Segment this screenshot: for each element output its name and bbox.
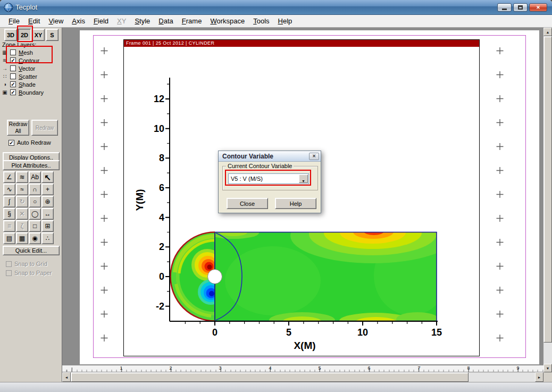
mesh-checkbox[interactable] [10,49,16,55]
tool-zigzag-button[interactable]: ∿ [3,184,15,195]
tool-curve-button[interactable]: ≈ [16,184,28,195]
contour-label: Contour [19,57,39,64]
minimize-icon [502,9,507,10]
tool-translate-button[interactable]: ↔ [41,208,54,220]
minimize-button[interactable] [497,3,512,12]
x-tick-0: 0 [212,327,218,338]
vertical-scrollbar[interactable]: ▲ ▼ [543,28,552,372]
vector-checkbox[interactable] [10,65,16,71]
snap-to-grid-checkbox [6,261,12,267]
snap-to-paper-label: Snap to Paper [14,270,52,276]
menu-workspace[interactable]: Workspace [206,15,249,27]
tool-zoom-button[interactable]: ⊕ [41,196,54,207]
mode-buttons: 3D 2D XY S [4,29,58,41]
tool-grid-button[interactable]: ⊞ [41,220,54,232]
window-controls: ✕ [497,3,547,12]
tool-crosshair-button[interactable]: + [41,184,54,195]
dialog-close-action-button[interactable]: Close [227,198,268,209]
redraw-all-button[interactable]: Redraw All [7,120,29,136]
snap-to-grid-label: Snap to Grid [14,261,47,267]
ruler-num-6: 6 [367,365,370,371]
zone-layers-label: Zone Layers: [2,41,36,48]
tool-contour-flood-button[interactable]: ◉ [29,232,41,244]
ruler-num-2: 2 [169,365,172,371]
group-label: Current Contour Variable [226,163,294,169]
y-tick-8: 8 [159,153,164,163]
scatter-checkbox[interactable] [10,73,16,79]
y-tick-6: 6 [159,182,164,193]
contour-checkbox[interactable] [10,57,16,63]
snap-to-paper-row: Snap to Paper [4,270,52,276]
tool-rectangle-button[interactable]: □ [29,220,41,232]
tool-circle-button[interactable]: ○ [29,196,41,207]
tool-ellipse-button[interactable]: ◯ [29,208,41,220]
scroll-left-button[interactable]: ◄ [62,372,71,382]
x-tick-5: 5 [286,327,291,338]
horizontal-ruler: 1 2 3 4 5 6 7 8 9 [62,365,543,372]
contour-variable-dialog: Contour Variable ✕ Current Contour Varia… [218,151,321,213]
quick-edit-button[interactable]: Quick Edit... [3,246,60,255]
mode-s-button[interactable]: S [46,29,58,41]
plot-attributes-button[interactable]: Plot Attributes.. [3,160,60,170]
scroll-up-button[interactable]: ▲ [543,28,552,36]
ruler-num-4: 4 [269,365,271,371]
menu-help[interactable]: Help [274,15,297,27]
window-titlebar[interactable]: Tecplot ✕ [0,0,552,15]
boundary-label: Boundary [19,89,44,96]
vector-icon: → [1,65,9,71]
y-axis-label: Y(M) [134,189,145,211]
horizontal-scroll-thumb[interactable] [71,372,469,382]
tool-slice-button: ≡ [3,220,15,232]
menu-axis[interactable]: Axis [68,15,89,27]
auto-redraw-checkbox[interactable] [9,140,14,146]
redraw-button: Redraw [31,120,58,136]
ruler-num-9: 9 [516,365,519,371]
menu-frame[interactable]: Frame [178,15,206,27]
tool-axis-adjust-button[interactable]: ∠ [3,171,15,183]
scatter-icon: ∷ [1,73,9,79]
scroll-right-button[interactable]: ► [535,372,543,382]
dropdown-arrow-button[interactable]: ▼ [299,174,308,183]
vertical-scroll-thumb[interactable] [543,36,552,343]
close-button[interactable]: ✕ [529,3,547,12]
tool-mesh-button[interactable]: ▦ [16,232,28,244]
contour-variable-group: Current Contour Variable V5 : V (M/S) ▼ [222,166,318,190]
boundary-checkbox[interactable] [10,89,16,95]
menu-data[interactable]: Data [154,15,177,27]
tecplot-window: Tecplot ✕ File Edit View Axis Field XY S… [0,0,552,392]
mode-xy-button[interactable]: XY [32,29,45,41]
mode-2d-button[interactable]: 2D [18,29,31,41]
menu-file[interactable]: File [4,15,24,27]
dialog-title: Contour Variable [222,153,273,160]
y-tick-labels: 12 10 8 6 4 2 0 -2 [154,94,164,312]
shade-checkbox[interactable] [10,81,16,87]
tool-spline-button[interactable]: ∫ [3,196,15,207]
menu-view[interactable]: View [44,15,68,27]
window-bottom-strip [0,382,552,392]
tool-contour-adjust-button[interactable]: ≋ [16,171,28,183]
scroll-down-button[interactable]: ▼ [543,364,552,372]
tool-frame-button[interactable]: ▤ [3,232,15,244]
tool-select-button[interactable]: ↖ [41,171,54,183]
zone-layer-scatter: ∷ Scatter [1,72,61,80]
menu-tools[interactable]: Tools [249,15,273,27]
menu-edit[interactable]: Edit [24,15,44,27]
frame-header[interactable]: Frame 001 | 25 Oct 2012 | CYLINDER [124,40,479,47]
boundary-icon: ▣ [1,89,9,95]
tool-extract-button: ζ [16,220,28,232]
maximize-button[interactable] [513,3,528,12]
dialog-help-button[interactable]: Help [275,198,316,209]
paper-grid-marks-right [496,47,504,353]
tool-arc-button[interactable]: ∩ [29,184,41,195]
dialog-titlebar[interactable]: Contour Variable ✕ [219,151,321,162]
y-tick-12: 12 [154,94,164,104]
horizontal-scrollbar[interactable]: ◄ ► [62,372,543,382]
mode-3d-button[interactable]: 3D [4,29,17,41]
tool-streamtrace-button[interactable]: § [3,208,15,220]
menu-field[interactable]: Field [89,15,113,27]
menu-style[interactable]: Style [130,15,154,27]
dialog-close-button[interactable]: ✕ [309,153,319,160]
tool-text-button[interactable]: Ab [29,171,41,183]
tool-scatter-button[interactable]: ∴ [41,232,54,244]
contour-variable-dropdown[interactable]: V5 : V (M/S) ▼ [228,173,309,184]
